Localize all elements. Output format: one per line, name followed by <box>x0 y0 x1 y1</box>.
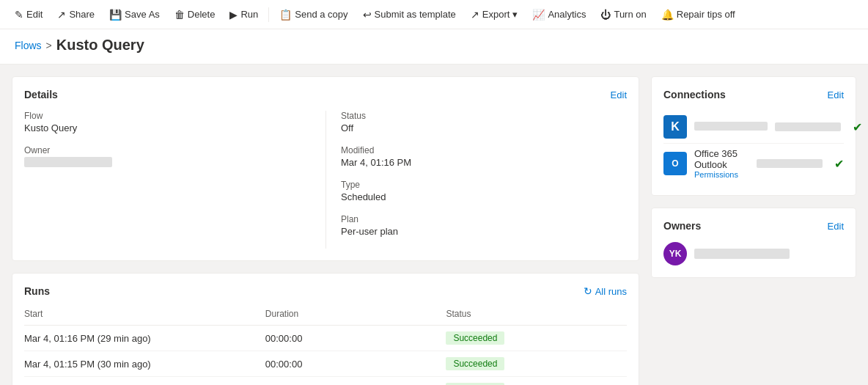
owners-card: Owners Edit YK <box>651 208 856 278</box>
main-content: Details Edit Flow Kusto Query Owner <box>0 65 868 385</box>
details-card-header: Details Edit <box>24 89 627 100</box>
status-badge: Succeeded <box>446 357 504 370</box>
analytics-icon: 📈 <box>532 9 545 21</box>
delete-icon: 🗑 <box>174 9 185 21</box>
owners-edit-link[interactable]: Edit <box>828 221 844 232</box>
repair-tips-button[interactable]: 🔔 Repair tips off <box>655 6 741 23</box>
divider <box>268 7 269 22</box>
toolbar: ✎ Edit ↗ Share 💾 Save As 🗑 Delete ▶ Run … <box>0 0 868 29</box>
connections-card-header: Connections Edit <box>663 89 844 100</box>
owners-title: Owners <box>663 220 701 232</box>
modified-label: Modified <box>341 145 627 155</box>
type-field: Type Scheduled <box>341 180 627 202</box>
runs-card: Runs ↻ All runs Start Duration Status Ma… <box>12 273 639 385</box>
runs-title: Runs <box>24 285 50 297</box>
breadcrumb-bar: Flows > Kusto Query <box>0 29 868 65</box>
edit-icon: ✎ <box>15 9 23 21</box>
send-copy-button[interactable]: 📋 Send a copy <box>273 6 353 23</box>
export-button[interactable]: ↗ Export ▾ <box>465 6 524 23</box>
left-panel: Details Edit Flow Kusto Query Owner <box>12 76 639 385</box>
run-status: Succeeded <box>446 377 627 386</box>
refresh-icon: ↻ <box>584 285 592 297</box>
kusto-status-icon: ✔ <box>853 120 862 134</box>
save-icon: 💾 <box>109 9 122 21</box>
analytics-button[interactable]: 📈 Analytics <box>526 6 592 23</box>
details-edit-link[interactable]: Edit <box>611 89 627 100</box>
right-panel: Connections Edit K ✔ O Office 365 Outloo… <box>651 76 856 385</box>
connections-card: Connections Edit K ✔ O Office 365 Outloo… <box>651 76 856 196</box>
table-row[interactable]: Mar 4, 01:14 PM (31 min ago) 00:00:01 Su… <box>24 377 627 386</box>
outlook-info: Office 365 Outlook Permissions <box>694 148 749 179</box>
runs-table: Start Duration Status Mar 4, 01:16 PM (2… <box>24 306 627 385</box>
save-as-button[interactable]: 💾 Save As <box>103 6 166 23</box>
owner-value <box>24 157 112 167</box>
run-start: Mar 4, 01:15 PM (30 min ago) <box>24 351 265 377</box>
status-value: Off <box>341 122 627 133</box>
col-start: Start <box>24 306 265 326</box>
status-label: Status <box>341 111 627 121</box>
all-runs-link[interactable]: ↻ All runs <box>584 285 627 297</box>
breadcrumb: Flows > Kusto Query <box>15 37 853 54</box>
send-copy-icon: 📋 <box>279 9 292 21</box>
permissions-link[interactable]: Permissions <box>694 170 749 179</box>
type-label: Type <box>341 180 627 190</box>
outlook-icon: O <box>663 152 687 175</box>
breadcrumb-separator: > <box>46 40 52 51</box>
kusto-id <box>775 122 841 131</box>
run-status: Succeeded <box>446 326 627 351</box>
submit-template-icon: ↩ <box>363 9 372 21</box>
connections-edit-link[interactable]: Edit <box>828 89 844 100</box>
export-icon: ↗ <box>471 9 479 21</box>
kusto-email <box>694 122 768 131</box>
owner-field: Owner <box>24 145 311 169</box>
owner-avatar: YK <box>663 242 687 265</box>
turn-on-icon: ⏻ <box>600 9 611 21</box>
page-title: Kusto Query <box>56 37 144 54</box>
runs-table-head: Start Duration Status <box>24 306 627 326</box>
turn-on-button[interactable]: ⏻ Turn on <box>595 6 652 23</box>
connection-outlook: O Office 365 Outlook Permissions ✔ <box>663 144 844 183</box>
run-button[interactable]: ▶ Run <box>224 6 264 23</box>
plan-label: Plan <box>341 214 627 224</box>
run-start: Mar 4, 01:16 PM (29 min ago) <box>24 326 265 351</box>
submit-template-button[interactable]: ↩ Submit as template <box>357 6 462 23</box>
run-status: Succeeded <box>446 351 627 377</box>
run-icon: ▶ <box>229 9 238 21</box>
modified-value: Mar 4, 01:16 PM <box>341 157 627 168</box>
owner-label: Owner <box>24 145 311 155</box>
type-value: Scheduled <box>341 191 627 202</box>
share-button[interactable]: ↗ Share <box>51 6 100 23</box>
col-duration: Duration <box>265 306 446 326</box>
outlook-name: Office 365 Outlook <box>694 148 749 170</box>
detail-left-col: Flow Kusto Query Owner <box>24 111 326 249</box>
table-row[interactable]: Mar 4, 01:16 PM (29 min ago) 00:00:00 Su… <box>24 326 627 351</box>
flow-label: Flow <box>24 111 311 121</box>
flow-value: Kusto Query <box>24 122 311 133</box>
run-duration: 00:00:01 <box>265 377 446 386</box>
run-duration: 00:00:00 <box>265 351 446 377</box>
repair-tips-icon: 🔔 <box>661 9 674 21</box>
outlook-status-icon: ✔ <box>834 157 844 171</box>
details-title: Details <box>24 89 58 100</box>
export-chevron-icon: ▾ <box>512 9 518 20</box>
plan-value: Per-user plan <box>341 226 627 237</box>
runs-table-body: Mar 4, 01:16 PM (29 min ago) 00:00:00 Su… <box>24 326 627 386</box>
status-badge: Succeeded <box>446 331 504 345</box>
connections-title: Connections <box>663 89 726 100</box>
owners-card-header: Owners Edit <box>663 220 844 232</box>
modified-field: Modified Mar 4, 01:16 PM <box>341 145 627 168</box>
status-field: Status Off <box>341 111 627 133</box>
edit-button[interactable]: ✎ Edit <box>9 6 48 23</box>
connection-kusto: K ✔ <box>663 111 844 144</box>
plan-field: Plan Per-user plan <box>341 214 627 237</box>
kusto-icon: K <box>663 115 687 139</box>
run-duration: 00:00:00 <box>265 326 446 351</box>
share-icon: ↗ <box>57 9 66 21</box>
details-grid: Flow Kusto Query Owner Status Off Modifi… <box>24 111 627 249</box>
flow-field: Flow Kusto Query <box>24 111 311 133</box>
delete-button[interactable]: 🗑 Delete <box>169 6 221 23</box>
run-start: Mar 4, 01:14 PM (31 min ago) <box>24 377 265 386</box>
table-row[interactable]: Mar 4, 01:15 PM (30 min ago) 00:00:00 Su… <box>24 351 627 377</box>
breadcrumb-flows-link[interactable]: Flows <box>15 40 42 51</box>
details-card: Details Edit Flow Kusto Query Owner <box>12 76 639 261</box>
